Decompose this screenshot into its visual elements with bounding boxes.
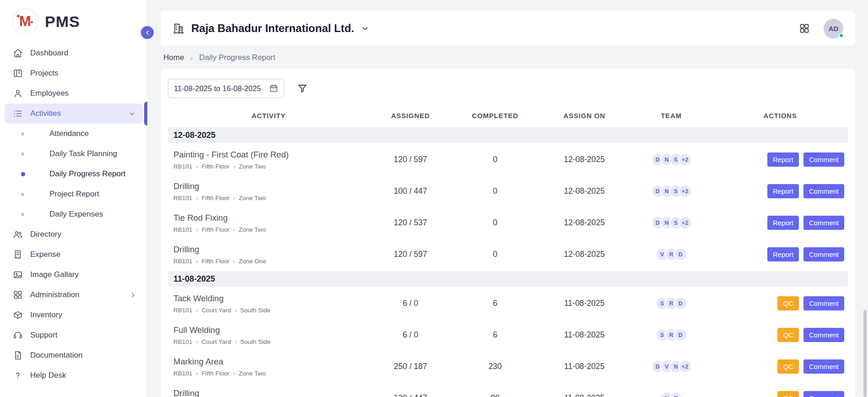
activity-location: RB101› Fifth Floor› Zone Two bbox=[173, 195, 369, 201]
location-floor: Fifth Floor bbox=[202, 163, 230, 170]
sidebar-item-help-desk[interactable]: Help Desk bbox=[0, 365, 147, 386]
qc-button[interactable]: QC bbox=[777, 328, 799, 342]
sidebar-subitem-label: Project Report bbox=[49, 190, 99, 199]
team-avatar-more[interactable]: +2 bbox=[679, 360, 692, 373]
chevron-right-icon: › bbox=[196, 195, 198, 201]
team-avatar-more[interactable]: +2 bbox=[679, 216, 692, 229]
location-code: RB101 bbox=[173, 163, 192, 170]
date-range-input[interactable]: 11-08-2025 to 16-08-2025 bbox=[168, 79, 284, 98]
sidebar-item-activities[interactable]: Activities bbox=[5, 103, 143, 124]
location-floor: Court Yard bbox=[202, 338, 231, 345]
sidebar-collapse-button[interactable] bbox=[140, 25, 155, 40]
assign-on-value: 11-08-2025 bbox=[539, 393, 630, 397]
table-row: Marking Area RB101› Fifth Floor› Zone Tw… bbox=[168, 351, 848, 382]
person-icon bbox=[13, 88, 23, 98]
team-avatar: D bbox=[674, 297, 687, 310]
location-code: RB101 bbox=[173, 195, 192, 201]
sidebar-subitem-label: Daily Progress Report bbox=[49, 169, 125, 179]
sidebar-item-image-gallery[interactable]: Image Gallary bbox=[0, 265, 147, 285]
sidebar-item-employees[interactable]: Employees bbox=[0, 83, 147, 103]
sidebar-subitem-daily-expenses[interactable]: Daily Expenses bbox=[0, 204, 147, 224]
headset-icon bbox=[13, 330, 23, 340]
chevron-right-icon: › bbox=[196, 163, 198, 170]
comment-button[interactable]: Comment bbox=[803, 391, 844, 397]
table-row: Painting - First Coat (Fire Red) RB101› … bbox=[168, 144, 848, 175]
sidebar-item-label: Directory bbox=[30, 230, 61, 239]
team-avatar: D bbox=[674, 328, 687, 342]
assigned-value: 100 / 447 bbox=[369, 186, 452, 196]
report-button[interactable]: Report bbox=[767, 216, 799, 230]
sidebar-item-projects[interactable]: Projects bbox=[0, 63, 147, 83]
sidebar-item-documentation[interactable]: Documentation bbox=[0, 345, 147, 365]
team-avatars: D N S +2 bbox=[630, 153, 712, 166]
chevron-right-icon: › bbox=[196, 370, 198, 377]
team-avatars: V R D bbox=[630, 248, 712, 261]
grid-icon bbox=[13, 290, 23, 300]
assigned-value: 120 / 597 bbox=[369, 155, 452, 164]
main-area: Raja Bahadur International Ltd. AD Home … bbox=[148, 0, 868, 397]
team-avatar-more[interactable]: +2 bbox=[679, 153, 692, 166]
sidebar-subitem-label: Daily Expenses bbox=[49, 210, 103, 219]
qc-button[interactable]: QC bbox=[777, 359, 799, 374]
completed-value: 0 bbox=[452, 186, 539, 196]
qc-button[interactable]: QC bbox=[777, 391, 799, 397]
sidebar-item-label: Administration bbox=[30, 290, 80, 299]
sidebar-subitem-project-report[interactable]: Project Report bbox=[0, 184, 147, 204]
sidebar-subitem-attendance[interactable]: Attendance bbox=[0, 124, 147, 144]
comment-button[interactable]: Comment bbox=[803, 247, 844, 261]
comment-button[interactable]: Comment bbox=[803, 216, 844, 230]
company-selector[interactable]: Raja Bahadur International Ltd. bbox=[173, 22, 369, 35]
report-button[interactable]: Report bbox=[767, 184, 799, 198]
activity-location: RB101› Fifth Floor› Zone Two bbox=[173, 163, 369, 170]
image-icon bbox=[13, 270, 23, 280]
comment-button[interactable]: Comment bbox=[803, 184, 844, 198]
team-avatar-more[interactable]: +2 bbox=[679, 185, 692, 198]
breadcrumb-home[interactable]: Home bbox=[163, 53, 184, 62]
activity-location: RB101› Court Yard› South Side bbox=[173, 338, 369, 345]
assign-on-value: 12-08-2025 bbox=[539, 218, 630, 228]
company-building-icon bbox=[173, 22, 184, 34]
chevron-right-icon: › bbox=[233, 370, 235, 377]
breadcrumb: Home › Daily Progress Report bbox=[163, 53, 852, 62]
sidebar-subitem-daily-task-planning[interactable]: Daily Task Planning bbox=[0, 144, 147, 164]
comment-button[interactable]: Comment bbox=[803, 328, 844, 342]
assign-on-value: 11-08-2025 bbox=[539, 299, 630, 308]
filter-row: 11-08-2025 to 16-08-2025 bbox=[168, 79, 848, 98]
sidebar-item-dashboard[interactable]: Dashboard bbox=[0, 43, 147, 63]
sidebar-item-inventory[interactable]: Inventory bbox=[0, 305, 147, 325]
table-row: Drilling RB101› Fifth Floor› Zone Two 10… bbox=[168, 175, 848, 207]
bullet-icon bbox=[21, 132, 24, 136]
activity-title: Drilling bbox=[173, 245, 369, 255]
location-zone: Zone One bbox=[239, 258, 266, 265]
bullet-icon bbox=[21, 152, 24, 156]
sidebar-item-expense[interactable]: Expense bbox=[0, 245, 147, 265]
list-icon bbox=[13, 109, 23, 119]
sidebar-item-directory[interactable]: Directory bbox=[0, 224, 147, 245]
assigned-value: 120 / 597 bbox=[369, 250, 452, 259]
sidebar-subitem-daily-progress-report[interactable]: Daily Progress Report bbox=[0, 164, 147, 184]
report-button[interactable]: Report bbox=[767, 152, 799, 167]
report-button[interactable]: Report bbox=[767, 247, 799, 261]
sidebar-item-label: Projects bbox=[30, 69, 58, 78]
sidebar-item-administration[interactable]: Administration bbox=[0, 285, 147, 305]
sidebar-item-label: Help Desk bbox=[30, 371, 66, 380]
qc-button[interactable]: QC bbox=[777, 296, 799, 310]
apps-grid-icon[interactable] bbox=[799, 23, 810, 34]
filter-funnel-icon[interactable] bbox=[297, 83, 308, 94]
column-header-assigned: ASSIGNED bbox=[369, 112, 452, 120]
vertical-scrollbar[interactable] bbox=[863, 310, 867, 397]
column-header-actions: ACTIONS bbox=[712, 112, 848, 120]
comment-button[interactable]: Comment bbox=[803, 152, 844, 167]
comment-button[interactable]: Comment bbox=[803, 359, 844, 374]
chevron-right-icon: › bbox=[233, 163, 235, 170]
chevron-right-icon: › bbox=[196, 307, 198, 314]
location-floor: Court Yard bbox=[202, 307, 231, 314]
user-avatar[interactable]: AD bbox=[824, 19, 843, 38]
question-icon bbox=[13, 370, 23, 381]
sidebar-item-support[interactable]: Support bbox=[0, 325, 147, 345]
assign-on-value: 11-08-2025 bbox=[539, 362, 630, 371]
chevron-down-icon bbox=[361, 24, 369, 33]
comment-button[interactable]: Comment bbox=[803, 296, 844, 310]
chevron-left-icon bbox=[144, 29, 151, 36]
assigned-value: 6 / 0 bbox=[369, 299, 452, 308]
